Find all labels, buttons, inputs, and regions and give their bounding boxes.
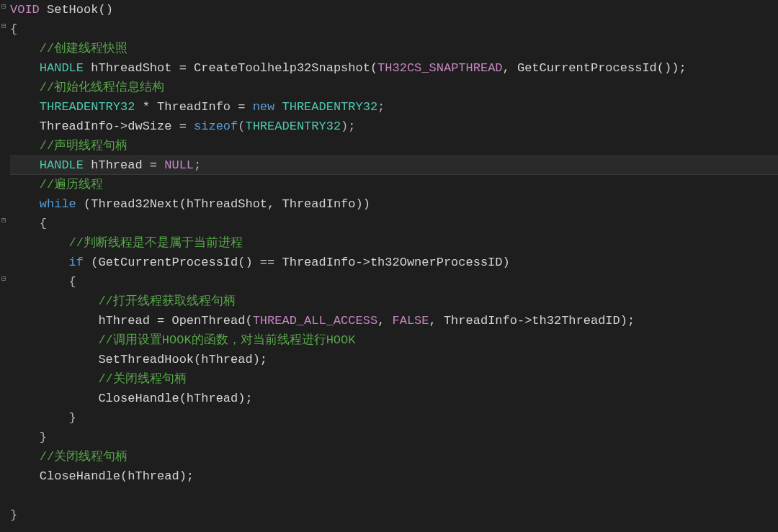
token-constant: NULL (164, 158, 194, 172)
code-line[interactable]: HANDLE hThreadShot = CreateToolhelp32Sna… (10, 58, 778, 78)
token-comment: //初始化线程信息结构 (10, 81, 164, 94)
code-line-active[interactable]: HANDLE hThread = NULL; (10, 155, 778, 175)
token-type: HANDLE (10, 61, 84, 75)
code-line[interactable]: } (10, 428, 778, 447)
code-line[interactable]: //判断线程是不是属于当前进程 (10, 233, 778, 253)
token-keyword: new (253, 100, 275, 114)
token-space (274, 100, 282, 114)
token-keyword: if (10, 256, 84, 269)
token-keyword: VOID (10, 3, 40, 17)
token-constant: FALSE (393, 314, 429, 328)
token-punct: ; (194, 158, 201, 172)
token-punct: ; (377, 100, 385, 114)
token-type: HANDLE (10, 158, 84, 172)
code-line[interactable]: //关闭线程句柄 (10, 447, 778, 466)
token-text: , ThreadInfo->th32ThreadID); (429, 314, 635, 328)
token-text: SetThreadHook(hThread); (10, 353, 267, 366)
token-comment: //打开线程获取线程句柄 (10, 294, 236, 308)
token-comment: //遍历线程 (10, 178, 103, 191)
code-line[interactable]: VOID SetHook() (10, 0, 778, 19)
code-line[interactable] (10, 486, 778, 505)
token-brace: { (10, 22, 17, 36)
collapse-handle[interactable]: ⊟ (1, 4, 7, 10)
token-comment: //声明线程句柄 (10, 139, 128, 153)
code-line[interactable]: ThreadInfo->dwSize = sizeof(THREADENTRY3… (10, 117, 778, 136)
token-type: THREADENTRY32 (245, 120, 341, 133)
token-text: (Thread32Next(hThreadShot, ThreadInfo)) (76, 197, 370, 211)
code-line[interactable]: } (10, 408, 778, 428)
token-text: , GetCurrentProcessId()); (503, 61, 687, 75)
code-line[interactable]: //声明线程句柄 (10, 136, 778, 155)
code-line[interactable]: { (10, 19, 778, 39)
code-line[interactable]: SetThreadHook(hThread); (10, 350, 778, 369)
token-brace: { (10, 217, 47, 230)
token-text: hThread = OpenThread( (10, 314, 253, 328)
code-line[interactable]: } (10, 505, 778, 525)
token-identifier: SetHook() (40, 3, 113, 17)
collapse-handle[interactable]: ⊟ (1, 24, 7, 30)
token-constant: THREAD_ALL_ACCESS (253, 314, 377, 328)
token-text: ThreadInfo->dwSize = (10, 120, 194, 133)
token-text: CloseHandle(hThread); (10, 469, 194, 483)
code-line[interactable]: //关闭线程句柄 (10, 369, 778, 389)
token-text: CloseHandle(hThread); (10, 392, 253, 405)
code-line[interactable]: CloseHandle(hThread); (10, 389, 778, 408)
token-constant: TH32CS_SNAPTHREAD (377, 61, 502, 75)
collapse-handle[interactable]: ⊟ (1, 218, 7, 224)
token-type: THREADENTRY32 (282, 100, 377, 114)
token-comment: //调用设置HOOK的函数，对当前线程进行HOOK (10, 333, 355, 347)
token-punct: ( (238, 120, 245, 133)
code-line[interactable]: //遍历线程 (10, 175, 778, 194)
token-keyword: sizeof (194, 120, 238, 133)
token-text: * ThreadInfo = (135, 100, 252, 114)
token-type: THREADENTRY32 (10, 100, 135, 114)
token-punct: ); (341, 120, 355, 133)
token-comment: //创建线程快照 (10, 42, 128, 55)
token-brace: } (10, 411, 76, 425)
token-brace: } (10, 430, 47, 444)
token-keyword: while (10, 197, 76, 211)
code-line[interactable]: if (GetCurrentProcessId() == ThreadInfo-… (10, 253, 778, 272)
token-text: hThread = (84, 158, 164, 172)
code-line[interactable]: while (Thread32Next(hThreadShot, ThreadI… (10, 194, 778, 214)
code-line[interactable]: //初始化线程信息结构 (10, 78, 778, 97)
code-line[interactable]: //打开线程获取线程句柄 (10, 292, 778, 311)
token-text: , (377, 314, 392, 328)
token-comment: //关闭线程句柄 (10, 450, 128, 464)
code-line[interactable]: THREADENTRY32 * ThreadInfo = new THREADE… (10, 97, 778, 117)
code-editor[interactable]: ⊟ ⊟ ⊟ ⊟ VOID SetHook() { //创建线程快照 HANDLE… (0, 0, 778, 532)
code-line[interactable]: hThread = OpenThread(THREAD_ALL_ACCESS, … (10, 311, 778, 330)
code-line[interactable]: //调用设置HOOK的函数，对当前线程进行HOOK (10, 330, 778, 350)
code-area[interactable]: VOID SetHook() { //创建线程快照 HANDLE hThread… (10, 0, 778, 532)
code-line[interactable]: //创建线程快照 (10, 39, 778, 58)
token-comment: //判断线程是不是属于当前进程 (10, 236, 243, 250)
editor-gutter: ⊟ ⊟ ⊟ ⊟ (0, 0, 10, 532)
token-brace: { (10, 275, 76, 289)
code-line[interactable]: { (10, 214, 778, 233)
token-comment: //关闭线程句柄 (10, 372, 187, 386)
collapse-handle[interactable]: ⊟ (1, 276, 7, 282)
token-text: (GetCurrentProcessId() == ThreadInfo->th… (84, 256, 510, 269)
token-brace: } (10, 508, 17, 522)
code-line[interactable]: CloseHandle(hThread); (10, 466, 778, 486)
code-line[interactable]: { (10, 272, 778, 292)
token-text: hThreadShot = CreateToolhelp32Snapshot( (84, 61, 377, 75)
